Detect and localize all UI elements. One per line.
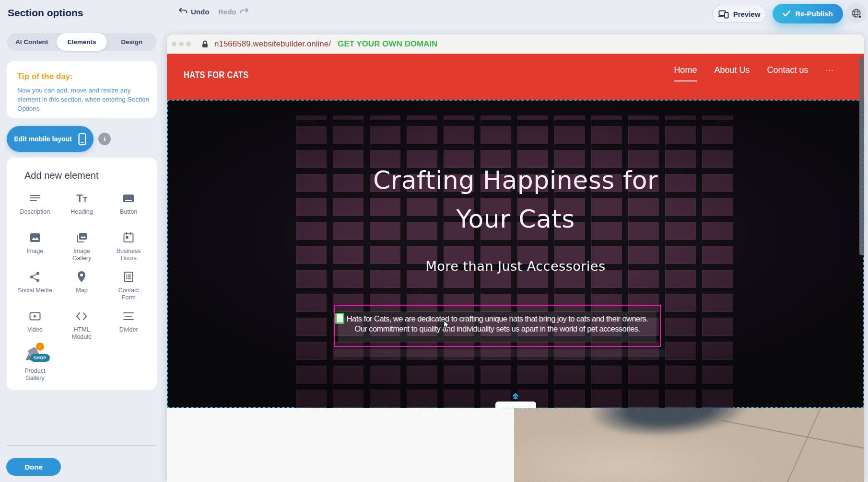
tab-elements[interactable]: Elements: [57, 33, 106, 51]
window-dot: [172, 42, 176, 46]
sidebar-divider: [7, 446, 156, 446]
add-element-panel: Add new element Description TT Heading B…: [7, 158, 157, 390]
tab-ai-content[interactable]: AI Content: [7, 33, 57, 51]
redo-icon: [240, 7, 249, 16]
shop-badge: SHOP: [30, 354, 50, 362]
hero-title[interactable]: Crafting Happiness for Your Cats: [168, 161, 863, 239]
video-icon: [28, 310, 42, 323]
image-gallery-icon: [75, 231, 88, 244]
mobile-phone-icon: [78, 133, 86, 146]
site-url: n1566589.websitebuilder.online/: [214, 39, 331, 49]
page-title: Section options: [8, 7, 83, 19]
site-nav: Home About Us Contact us ...: [674, 65, 834, 81]
selected-text-element[interactable]: Hats for Cats, we are dedicated to craft…: [334, 305, 661, 347]
done-button[interactable]: Done: [6, 458, 61, 476]
next-section-blank: [167, 408, 514, 482]
element-item-business-hours[interactable]: Business Hours: [105, 229, 152, 266]
element-item-button[interactable]: Button: [105, 190, 152, 227]
lock-icon: [201, 40, 209, 48]
info-icon[interactable]: i: [98, 133, 111, 145]
nav-contact-us[interactable]: Contact us: [767, 65, 808, 80]
hero-paragraph: Hats for Cats, we are dedicated to craft…: [335, 314, 660, 334]
next-section-photo[interactable]: [514, 408, 864, 482]
site-logo[interactable]: HATS FOR CATS: [184, 69, 249, 80]
get-domain-link[interactable]: GET YOUR OWN DOMAIN: [338, 39, 437, 49]
preview-button[interactable]: Preview: [712, 5, 766, 23]
social-media-icon: [28, 270, 42, 284]
tip-of-the-day-card: Tip of the day: Now you can add, move an…: [7, 61, 157, 118]
nav-more-menu[interactable]: ...: [825, 64, 834, 72]
undo-icon: [178, 7, 188, 16]
element-item-image-gallery[interactable]: Image Gallery: [59, 229, 106, 266]
element-item-product-gallery[interactable]: ↑ SHOP Product Gallery: [12, 347, 59, 384]
hero-vignette: [168, 101, 863, 407]
check-icon: [783, 11, 790, 17]
element-item-video[interactable]: Video: [12, 308, 59, 345]
html-module-icon: [75, 310, 88, 323]
redo-button[interactable]: Redo: [218, 7, 249, 16]
browser-url-bar: n1566589.websitebuilder.online/ GET YOUR…: [167, 34, 864, 54]
product-gallery-icon: ↑ SHOP: [24, 347, 46, 364]
devices-icon: [718, 9, 729, 19]
pavement-seam: [722, 420, 864, 451]
divider-icon: [122, 310, 135, 323]
photo-shadow: [589, 408, 750, 441]
tip-title: Tip of the day:: [17, 72, 147, 81]
site-header: HATS FOR CATS Home About Us Contact us .…: [167, 54, 864, 100]
window-dot: [186, 42, 191, 46]
panel-tabs: AI Content Elements Design: [7, 33, 157, 51]
element-item-html-module[interactable]: HTML Module: [59, 308, 106, 345]
nav-about-us[interactable]: About Us: [714, 65, 750, 80]
globe-icon: [851, 8, 862, 19]
republish-button[interactable]: Re-Publish: [773, 4, 843, 23]
element-grid: Description TT Heading Button Image: [12, 190, 152, 384]
contact-form-icon: [122, 270, 135, 284]
app-root: Section options Undo Redo Preview Re-Pub…: [0, 0, 868, 482]
site-canvas: n1566589.websitebuilder.online/ GET YOUR…: [167, 34, 864, 482]
element-drag-handle[interactable]: [335, 313, 344, 324]
element-item-social-media[interactable]: Social Media: [12, 268, 59, 306]
selected-hero-section[interactable]: Crafting Happiness for Your Cats More th…: [167, 100, 864, 408]
pavement-seam: [781, 408, 823, 482]
window-dot: [179, 42, 184, 46]
description-icon: [28, 192, 42, 205]
map-pin-icon: [75, 270, 88, 284]
mouse-cursor-icon: [443, 320, 451, 330]
language-globe-button[interactable]: [846, 3, 867, 23]
tip-body: Now you can add, move and resize any ele…: [17, 86, 151, 113]
image-icon: [28, 231, 42, 244]
element-hover-strip: [334, 349, 665, 357]
upgrade-arrow-badge-icon: ↑: [36, 343, 44, 351]
tab-design[interactable]: Design: [107, 33, 157, 51]
add-element-title: Add new element: [24, 170, 152, 181]
undo-button[interactable]: Undo: [178, 7, 209, 16]
element-item-image[interactable]: Image: [12, 229, 59, 266]
element-item-contact-form[interactable]: Contact Form: [105, 268, 152, 306]
business-hours-icon: [122, 231, 135, 244]
element-item-map[interactable]: Map: [59, 268, 106, 306]
element-item-heading[interactable]: TT Heading: [59, 190, 106, 227]
element-item-description[interactable]: Description: [12, 190, 59, 227]
hero-subtitle[interactable]: More than Just Accessories: [168, 259, 863, 274]
button-icon: [122, 192, 135, 205]
nav-home[interactable]: Home: [674, 65, 697, 81]
canvas-scrollbar[interactable]: [859, 57, 864, 255]
heading-icon: TT: [76, 192, 87, 205]
edit-mobile-layout-button[interactable]: Edit mobile layout: [7, 126, 94, 152]
element-item-divider[interactable]: Divider: [105, 308, 152, 345]
